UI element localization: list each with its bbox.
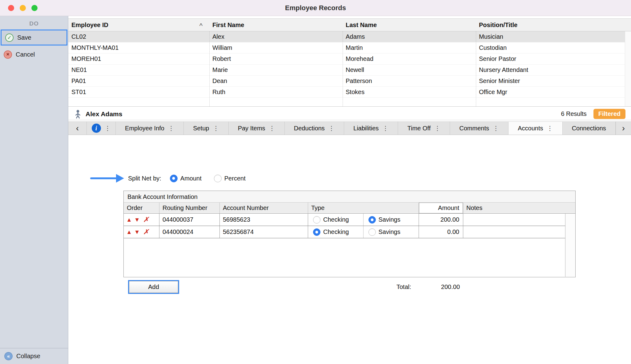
column-header-type[interactable]: Type [308, 203, 419, 213]
info-icon: i [92, 124, 101, 133]
tab-comments[interactable]: Comments⋮ [450, 122, 508, 135]
employee-table-scrollbar[interactable] [625, 31, 631, 106]
results-count: 6 Results [561, 110, 586, 117]
savings-radio[interactable] [368, 228, 376, 236]
split-net-row: Split Net by: AmountPercent [128, 173, 246, 184]
checking-radio[interactable] [313, 216, 320, 224]
column-header-position-title[interactable]: Position/Title [476, 19, 625, 31]
delete-row-icon[interactable]: ✗ [143, 216, 149, 223]
column-label: Amount [438, 204, 459, 212]
column-divider [343, 31, 343, 106]
bank-account-row: ▲▼✗044000024562356874CheckingSavings0.00 [124, 226, 565, 238]
column-header-last-name[interactable]: Last Name [343, 19, 476, 31]
column-header-order[interactable]: Order [124, 203, 159, 213]
notes-cell[interactable] [463, 226, 565, 238]
routing-number-cell[interactable]: 044000024 [159, 226, 220, 238]
column-header-first-name[interactable]: First Name [209, 19, 343, 31]
employee-id-cell: ST01 [68, 89, 209, 96]
kebab-icon[interactable]: ⋮ [213, 125, 219, 132]
save-button[interactable]: ✓ Save [1, 30, 67, 46]
employee-id-cell: MONTHLY-MA01 [68, 44, 209, 51]
employee-row[interactable]: CL02AlexAdamsMusician [68, 31, 631, 42]
employee-id-cell: CL02 [68, 33, 209, 40]
tab-connections[interactable]: Connections [563, 122, 616, 135]
employee-row[interactable]: NE01MarieNewellNursery Attendant [68, 65, 631, 76]
checking-radio[interactable] [313, 228, 320, 236]
column-header-amount[interactable]: Amount [419, 203, 463, 213]
savings-radio[interactable] [368, 216, 376, 224]
account-number-cell[interactable]: 562356874 [220, 226, 308, 238]
percent-radio[interactable] [214, 175, 222, 182]
notes-cell[interactable] [463, 214, 565, 226]
tab-employee-info[interactable]: Employee Info⋮ [116, 122, 184, 135]
filtered-badge[interactable]: Filtered [593, 109, 625, 119]
employee-records-window: Employee Records DO ✓ Save × Cancel « Co… [0, 0, 631, 364]
position-title-cell: Custodian [476, 44, 625, 51]
tab-time-off[interactable]: Time Off⋮ [398, 122, 450, 135]
tab-info[interactable]: i ⋮ [87, 122, 116, 135]
bank-table-scrollbar[interactable] [565, 214, 575, 277]
kebab-icon[interactable]: ⋮ [105, 125, 111, 132]
type-option-checking[interactable]: Checking [308, 226, 364, 238]
column-header-notes[interactable]: Notes [463, 203, 575, 213]
employee-row[interactable]: MONTHLY-MA01WilliamMartinCustodian [68, 42, 631, 53]
add-account-button[interactable]: Add [129, 281, 178, 293]
position-title-cell: Senior Minister [476, 77, 625, 85]
column-header-account-number[interactable]: Account Number [220, 203, 308, 213]
type-cell: CheckingSavings [308, 214, 419, 226]
type-option-savings[interactable]: Savings [364, 214, 419, 226]
employee-row[interactable]: ST01RuthStokesOffice Mgr [68, 87, 631, 98]
amount-radio[interactable] [170, 175, 178, 182]
column-header-employee-id[interactable]: Employee ID ^ [68, 19, 209, 31]
employee-id-cell: PA01 [68, 77, 209, 85]
type-option-savings[interactable]: Savings [364, 226, 419, 238]
kebab-icon[interactable]: ⋮ [493, 125, 499, 132]
titlebar: Employee Records [0, 0, 631, 16]
kebab-icon[interactable]: ⋮ [382, 125, 388, 132]
kebab-icon[interactable]: ⋮ [434, 125, 440, 132]
routing-number-cell[interactable]: 044000037 [159, 214, 220, 226]
move-down-icon[interactable]: ▼ [134, 217, 140, 223]
tab-label: Connections [572, 125, 606, 132]
type-option-checking[interactable]: Checking [308, 214, 364, 226]
last-name-cell: Adams [343, 33, 476, 40]
amount-cell[interactable]: 200.00 [419, 214, 463, 226]
employee-row[interactable]: PA01DeanPattersonSenior Minister [68, 76, 631, 87]
account-number-cell[interactable]: 56985623 [220, 214, 308, 226]
kebab-icon[interactable]: ⋮ [547, 125, 553, 132]
tab-deductions[interactable]: Deductions⋮ [285, 122, 344, 135]
cancel-button[interactable]: × Cancel [0, 47, 68, 61]
tab-liabilities[interactable]: Liabilities⋮ [344, 122, 398, 135]
last-name-cell: Martin [343, 44, 476, 51]
delete-row-icon[interactable]: ✗ [143, 228, 149, 235]
employee-row[interactable]: MOREH01RobertMoreheadSenior Pastor [68, 53, 631, 65]
order-cell: ▲▼✗ [124, 214, 159, 226]
tab-label: Setup [193, 125, 209, 132]
order-cell: ▲▼✗ [124, 226, 159, 238]
tab-accounts[interactable]: Accounts⋮ [508, 122, 562, 135]
sort-asc-icon[interactable]: ^ [199, 22, 203, 30]
first-name-cell: William [209, 44, 343, 51]
tab-pay-items[interactable]: Pay Items⋮ [229, 122, 285, 135]
amount-cell[interactable]: 0.00 [419, 226, 463, 238]
last-name-cell: Morehead [343, 55, 476, 62]
save-check-icon: ✓ [5, 34, 14, 42]
arrow-shaft [90, 177, 117, 179]
tab-scroll-left-button[interactable]: ‹ [68, 122, 87, 135]
move-up-icon[interactable]: ▲ [126, 229, 132, 235]
kebab-icon[interactable]: ⋮ [168, 125, 174, 132]
move-down-icon[interactable]: ▼ [134, 229, 140, 235]
record-name: Alex Adams [86, 110, 122, 118]
bank-table-body: ▲▼✗04400003756985623CheckingSavings200.0… [124, 214, 575, 238]
split-option-percent[interactable]: Percent [214, 175, 246, 182]
column-header-routing-number[interactable]: Routing Number [159, 203, 220, 213]
kebab-icon[interactable]: ⋮ [269, 125, 275, 132]
tab-scroll-right-button[interactable]: › [616, 122, 631, 135]
tab-setup[interactable]: Setup⋮ [184, 122, 228, 135]
type-cell: CheckingSavings [308, 226, 419, 238]
collapse-button[interactable]: « Collapse [0, 348, 68, 364]
split-option-amount[interactable]: Amount [170, 175, 202, 182]
tab-label: Deductions [294, 125, 325, 132]
move-up-icon[interactable]: ▲ [126, 217, 132, 223]
kebab-icon[interactable]: ⋮ [328, 125, 335, 132]
